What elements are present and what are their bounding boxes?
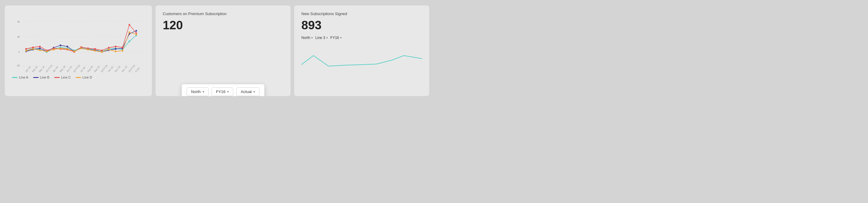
svg-text:4k: 4k [17, 20, 20, 23]
svg-text:Q4 FY16: Q4 FY16 [128, 64, 135, 73]
svg-text:Jul '16: Jul '16 [80, 66, 86, 73]
type-dropdown-label: Actual [241, 90, 252, 94]
new-subscriptions-filters: North ▾ Line 3 ▾ FY16 ▾ [301, 36, 422, 40]
svg-point-79 [46, 50, 48, 52]
svg-point-76 [25, 50, 27, 52]
ns-region-label: North [301, 36, 310, 40]
region-dropdown-label: North [191, 90, 201, 94]
chart-legend: Line A Line B Line C Line D [12, 76, 145, 79]
svg-point-74 [129, 24, 130, 26]
svg-point-69 [94, 48, 96, 50]
svg-point-61 [39, 46, 41, 47]
premium-subscription-value: 120 [163, 19, 283, 32]
svg-text:Sep '16: Sep '16 [93, 65, 100, 73]
svg-text:Aug '16: Aug '16 [87, 65, 93, 73]
filter-bar: North ▾ FY16 ▾ Actual ▾ [182, 84, 264, 96]
svg-text:Mar '16: Mar '16 [38, 65, 45, 73]
legend-item-a: Line A [12, 76, 28, 79]
svg-point-84 [81, 47, 82, 49]
premium-subscription-title: Customers on Premium Subscription [163, 11, 283, 16]
svg-point-78 [39, 49, 41, 51]
svg-point-59 [25, 48, 27, 50]
legend-item-b: Line B [33, 76, 50, 79]
type-dropdown[interactable]: Actual ▾ [236, 87, 259, 96]
svg-point-73 [122, 47, 123, 48]
line-chart-card: 4k 2k 0 -2k Jan '16 Feb '16 Mar '16 Q1 F… [5, 5, 152, 96]
svg-point-92 [135, 33, 137, 35]
type-chevron-icon: ▾ [253, 90, 255, 93]
svg-text:-2k: -2k [17, 64, 20, 67]
legend-label-d: Line D [83, 76, 92, 79]
svg-text:Q2 FY16: Q2 FY16 [73, 64, 81, 73]
svg-point-90 [122, 50, 123, 52]
year-dropdown[interactable]: FY16 ▾ [212, 87, 233, 96]
new-subscriptions-card: New Subscriptions Signed 893 North ▾ Lin… [294, 5, 429, 96]
svg-point-47 [60, 44, 61, 46]
svg-text:Feb '16: Feb '16 [32, 65, 38, 73]
svg-point-91 [129, 31, 130, 33]
legend-color-a [12, 77, 18, 78]
legend-label-a: Line A [19, 76, 28, 79]
svg-point-81 [60, 47, 61, 49]
svg-point-58 [135, 30, 137, 32]
svg-text:Nov '16: Nov '16 [114, 65, 121, 73]
new-subscriptions-mini-chart [301, 44, 422, 74]
svg-text:Dec '16: Dec '16 [121, 65, 128, 73]
legend-label-c: Line C [61, 76, 71, 79]
year-dropdown-label: FY16 [216, 90, 225, 94]
legend-color-d [76, 77, 81, 78]
svg-text:FY16: FY16 [135, 67, 140, 73]
ns-line-label: Line 3 [315, 36, 325, 40]
svg-text:0: 0 [19, 50, 20, 53]
svg-point-80 [53, 49, 54, 50]
line-chart-svg: 4k 2k 0 -2k Jan '16 Feb '16 Mar '16 Q1 F… [12, 13, 145, 73]
svg-point-89 [115, 50, 116, 52]
svg-text:May '16: May '16 [59, 65, 66, 73]
svg-text:Apr '16: Apr '16 [52, 66, 59, 73]
svg-point-48 [67, 46, 68, 47]
new-subscriptions-title: New Subscriptions Signed [301, 11, 422, 16]
svg-point-87 [101, 51, 102, 53]
region-dropdown[interactable]: North ▾ [187, 87, 209, 96]
svg-text:2k: 2k [17, 35, 20, 39]
svg-text:Q1 FY16: Q1 FY16 [45, 64, 53, 73]
year-chevron-icon: ▾ [227, 90, 229, 93]
svg-point-83 [73, 50, 75, 52]
svg-point-55 [115, 48, 116, 50]
ns-year-dropdown[interactable]: FY16 ▾ [330, 36, 342, 40]
svg-point-77 [32, 48, 34, 50]
new-subscriptions-value: 893 [301, 19, 422, 32]
ns-line-dropdown[interactable]: Line 3 ▾ [315, 36, 328, 40]
chart-area: 4k 2k 0 -2k Jan '16 Feb '16 Mar '16 Q1 F… [12, 13, 145, 73]
ns-year-label: FY16 [330, 36, 339, 40]
ns-region-dropdown[interactable]: North ▾ [301, 36, 313, 40]
svg-point-40 [129, 41, 130, 42]
mini-chart-svg [301, 44, 422, 74]
legend-label-b: Line B [40, 76, 50, 79]
svg-text:Oct '16: Oct '16 [107, 66, 114, 73]
svg-point-82 [67, 48, 68, 50]
ns-region-chevron-icon: ▾ [311, 36, 313, 39]
premium-subscription-card: Customers on Premium Subscription 120 No… [156, 5, 290, 96]
legend-item-d: Line D [76, 76, 92, 79]
region-chevron-icon: ▾ [203, 90, 204, 93]
svg-text:Jun '16: Jun '16 [66, 66, 72, 73]
legend-item-c: Line C [54, 76, 71, 79]
svg-point-44 [39, 47, 41, 49]
svg-point-71 [108, 47, 110, 49]
svg-text:Q3 FY16: Q3 FY16 [100, 64, 108, 73]
svg-point-88 [108, 49, 110, 50]
ns-year-chevron-icon: ▾ [340, 36, 342, 39]
svg-point-72 [115, 46, 116, 47]
svg-point-85 [87, 49, 89, 50]
svg-point-86 [94, 50, 96, 52]
legend-color-c [54, 77, 60, 78]
svg-text:Jan '16: Jan '16 [25, 66, 31, 73]
ns-line-chevron-icon: ▾ [327, 36, 328, 39]
legend-color-b [33, 77, 38, 78]
